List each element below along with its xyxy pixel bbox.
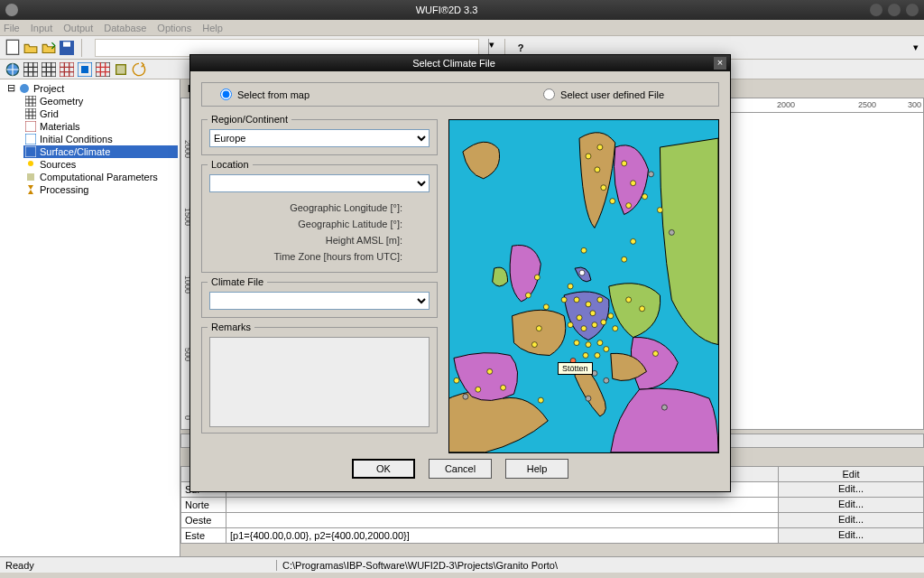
grid4-icon[interactable] — [78, 62, 92, 77]
new-icon[interactable] — [5, 41, 20, 55]
svg-point-52 — [604, 347, 609, 352]
edit-button[interactable]: Edit... — [779, 482, 923, 497]
hourglass-icon — [25, 184, 36, 195]
tree-label: Grid — [40, 108, 59, 119]
grid-icon — [25, 146, 36, 157]
edit-button[interactable]: Edit... — [779, 513, 923, 527]
svg-point-27 — [626, 203, 632, 209]
maximize-button[interactable] — [888, 4, 901, 16]
close-button[interactable] — [906, 4, 919, 16]
svg-point-59 — [487, 368, 493, 374]
svg-point-24 — [610, 199, 615, 204]
climate-map[interactable]: Stötten — [448, 119, 719, 453]
tree-item-sources[interactable]: Sources — [23, 158, 178, 171]
edit-button[interactable]: Edit... — [779, 498, 923, 512]
svg-point-51 — [595, 353, 600, 359]
dialog-close-button[interactable]: × — [714, 57, 726, 70]
tree-label: Surface/Climate — [40, 146, 110, 157]
run-icon[interactable] — [132, 62, 146, 77]
svg-rect-14 — [25, 121, 36, 132]
menu-database[interactable]: Database — [104, 23, 146, 33]
svg-point-31 — [568, 284, 573, 289]
svg-point-69 — [657, 208, 662, 213]
grid1-icon[interactable] — [23, 62, 38, 77]
table-row[interactable]: NorteEdit... — [180, 497, 924, 513]
svg-rect-9 — [96, 62, 110, 77]
svg-rect-13 — [25, 108, 36, 119]
svg-rect-0 — [6, 41, 18, 55]
menu-options[interactable]: Options — [157, 23, 191, 33]
tree-root-node[interactable]: ⊟ Project — [5, 81, 178, 95]
radio-input[interactable] — [543, 89, 555, 100]
settings-icon[interactable] — [114, 62, 128, 77]
radio-label: Select from map — [237, 89, 310, 100]
edit-button[interactable]: Edit... — [779, 528, 923, 543]
ok-button[interactable]: OK — [352, 459, 415, 479]
table-row[interactable]: OesteEdit... — [180, 512, 924, 528]
tree-item-grid[interactable]: Grid — [23, 107, 178, 120]
ruler-tick: 2500 — [858, 100, 876, 109]
cancel-button[interactable]: Cancel — [429, 459, 492, 479]
tree-item-processing[interactable]: Processing — [23, 183, 178, 196]
region-legend: Region/Continent — [208, 114, 291, 125]
menubar: File Input Output Database Options Help — [0, 20, 924, 36]
status-bar: Ready C:\Programas\IBP-Software\WUFI2D-3… — [0, 556, 924, 573]
table-row[interactable]: Este[p1={400.00,0.00}, p2={400.00,2000.0… — [180, 527, 924, 544]
bulb-icon — [25, 159, 36, 170]
svg-rect-4 — [23, 62, 38, 77]
dropdown-arrow-icon[interactable]: ▾ — [913, 42, 919, 53]
svg-point-50 — [583, 353, 588, 359]
svg-rect-15 — [25, 134, 36, 144]
svg-point-11 — [20, 84, 29, 93]
svg-point-64 — [538, 397, 543, 403]
tree-label: Geometry — [40, 96, 83, 107]
svg-point-55 — [592, 370, 597, 376]
radio-input[interactable] — [220, 89, 232, 100]
globe-icon[interactable] — [5, 62, 20, 77]
menu-help[interactable]: Help — [202, 23, 223, 33]
svg-point-29 — [581, 247, 587, 253]
latitude-label: Geographic Latitude [°]: — [209, 216, 430, 232]
open-icon[interactable] — [23, 41, 38, 55]
menu-file[interactable]: File — [4, 23, 20, 33]
svg-point-46 — [613, 326, 618, 331]
table-header-edit[interactable]: Edit — [779, 467, 923, 481]
window-title: WUFI®2D 3.3 — [23, 5, 870, 15]
minus-icon[interactable]: ⊟ — [7, 82, 15, 94]
timezone-label: Time Zone [hours from UTC]: — [209, 248, 430, 265]
separator — [81, 39, 82, 57]
minimize-button[interactable] — [870, 4, 882, 16]
location-select[interactable] — [209, 174, 430, 192]
tree-item-materials[interactable]: Materials — [23, 120, 178, 133]
radio-select-file[interactable]: Select user defined File — [543, 89, 664, 100]
tree-item-initial[interactable]: Initial Conditions — [23, 133, 178, 145]
svg-point-17 — [28, 161, 33, 166]
row-desc — [226, 513, 779, 527]
svg-point-26 — [631, 181, 636, 186]
grid5-icon[interactable] — [96, 62, 110, 77]
longitude-label: Geographic Longitude [°]: — [209, 200, 430, 216]
grid3-icon[interactable] — [60, 62, 74, 77]
climatefile-select[interactable] — [209, 292, 430, 310]
dialog-title: Select Climate File — [194, 58, 714, 69]
help-button[interactable]: Help — [505, 459, 568, 479]
tree-item-surface-climate[interactable]: Surface/Climate — [23, 145, 178, 158]
open-recent-icon[interactable] — [42, 41, 56, 55]
svg-rect-6 — [60, 62, 74, 77]
select-climate-dialog: Select Climate File × Select from map Se… — [189, 54, 731, 492]
menu-output[interactable]: Output — [63, 23, 93, 33]
tree-item-geometry[interactable]: Geometry — [23, 95, 178, 107]
radio-select-map[interactable]: Select from map — [220, 89, 310, 100]
tree-item-params[interactable]: Computational Parameters — [23, 171, 178, 183]
grid2-icon[interactable] — [42, 62, 56, 77]
tree-label: Processing — [40, 184, 88, 195]
svg-point-68 — [649, 172, 654, 177]
region-select[interactable]: Europe — [209, 129, 430, 147]
svg-point-47 — [574, 340, 579, 346]
save-icon[interactable] — [60, 41, 74, 55]
svg-point-72 — [661, 405, 667, 410]
svg-rect-5 — [42, 62, 56, 77]
svg-rect-8 — [81, 66, 88, 73]
menu-input[interactable]: Input — [31, 23, 52, 33]
help-icon[interactable]: ? — [518, 42, 524, 53]
